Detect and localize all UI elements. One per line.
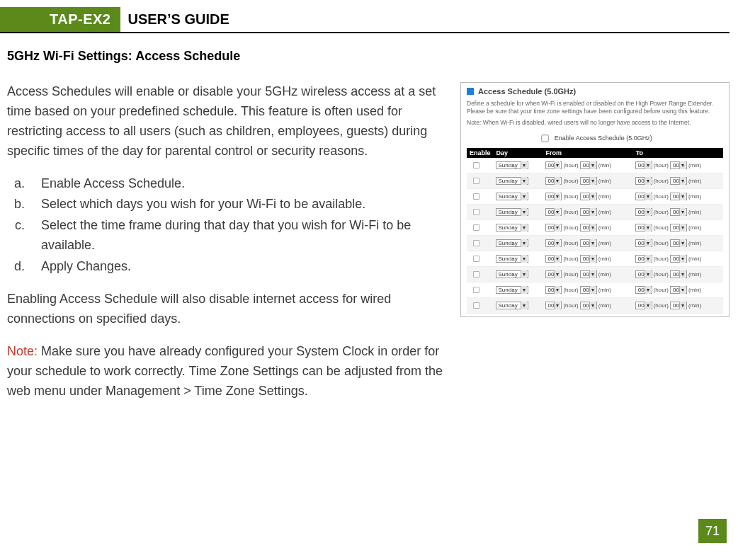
day-select[interactable]: Sunday	[496, 177, 528, 185]
from-hour-select[interactable]: 00	[545, 239, 562, 247]
min-label: (min)	[598, 224, 611, 231]
to-min-select[interactable]: 00	[670, 286, 687, 294]
hour-label: (hour)	[563, 209, 578, 215]
to-hour-select[interactable]: 00	[635, 224, 652, 232]
row-enable-checkbox[interactable]	[473, 178, 479, 184]
step-list: Enable Access Schedule. Select which day…	[7, 174, 449, 277]
to-hour-select[interactable]: 00	[635, 208, 652, 216]
day-select[interactable]: Sunday	[496, 193, 528, 200]
min-label: (min)	[598, 178, 611, 184]
to-hour-select[interactable]: 00	[635, 302, 652, 309]
page-body: 5GHz Wi-Fi Settings: Access Schedule Acc…	[0, 33, 738, 413]
hour-label: (hour)	[654, 178, 669, 184]
to-hour-select[interactable]: 00	[635, 270, 652, 278]
from-min-select[interactable]: 00	[580, 177, 597, 185]
row-enable-checkbox[interactable]	[473, 287, 479, 293]
hour-label: (hour)	[654, 287, 669, 293]
day-select[interactable]: Sunday	[496, 224, 528, 232]
min-label: (min)	[598, 209, 611, 215]
row-enable-checkbox[interactable]	[473, 224, 479, 231]
table-row: Sunday00(hour)00(min)00(hour)00(min)	[467, 298, 723, 314]
to-min-select[interactable]: 00	[670, 255, 687, 263]
from-hour-select[interactable]: 00	[545, 286, 562, 294]
from-min-select[interactable]: 00	[580, 161, 597, 169]
table-row: Sunday00(hour)00(min)00(hour)00(min)	[467, 282, 723, 298]
to-min-select[interactable]: 00	[670, 193, 687, 200]
section-icon	[467, 88, 474, 95]
min-label: (min)	[688, 178, 701, 184]
from-min-select[interactable]: 00	[580, 255, 597, 263]
min-label: (min)	[688, 209, 701, 215]
day-select[interactable]: Sunday	[496, 302, 528, 309]
step-item: Enable Access Schedule.	[28, 174, 449, 194]
to-hour-select[interactable]: 00	[635, 177, 652, 185]
day-select[interactable]: Sunday	[496, 255, 528, 263]
panel-title: Access Schedule (5.0GHz)	[478, 87, 576, 96]
min-label: (min)	[688, 271, 701, 278]
from-hour-select[interactable]: 00	[545, 208, 562, 216]
intro-paragraph: Access Schedules will enable or disable …	[7, 82, 449, 161]
day-select[interactable]: Sunday	[496, 286, 528, 294]
to-min-select[interactable]: 00	[670, 302, 687, 309]
hour-label: (hour)	[654, 162, 669, 168]
step-item: Select the time frame during that day th…	[28, 216, 449, 256]
to-hour-select[interactable]: 00	[635, 161, 652, 169]
day-select[interactable]: Sunday	[496, 208, 528, 216]
table-row: Sunday00(hour)00(min)00(hour)00(min)	[467, 173, 723, 189]
row-enable-checkbox[interactable]	[473, 209, 479, 215]
min-label: (min)	[688, 193, 701, 200]
hour-label: (hour)	[563, 178, 578, 184]
row-enable-checkbox[interactable]	[473, 302, 479, 309]
from-min-select[interactable]: 00	[580, 208, 597, 216]
from-hour-select[interactable]: 00	[545, 177, 562, 185]
from-hour-select[interactable]: 00	[545, 224, 562, 232]
schedule-table: Enable Day From To Sunday00(hour)00(min)…	[467, 148, 723, 314]
table-row: Sunday00(hour)00(min)00(hour)00(min)	[467, 220, 723, 236]
day-select[interactable]: Sunday	[496, 270, 528, 278]
from-min-select[interactable]: 00	[580, 239, 597, 247]
min-label: (min)	[598, 287, 611, 293]
row-enable-checkbox[interactable]	[473, 162, 479, 168]
enable-schedule-checkbox[interactable]	[542, 135, 549, 142]
min-label: (min)	[688, 240, 701, 246]
row-enable-checkbox[interactable]	[473, 256, 479, 262]
from-hour-select[interactable]: 00	[545, 193, 562, 200]
from-min-select[interactable]: 00	[580, 270, 597, 278]
to-hour-select[interactable]: 00	[635, 239, 652, 247]
table-row: Sunday00(hour)00(min)00(hour)00(min)	[467, 251, 723, 267]
row-enable-checkbox[interactable]	[473, 193, 479, 200]
from-hour-select[interactable]: 00	[545, 255, 562, 263]
from-hour-select[interactable]: 00	[545, 302, 562, 309]
to-min-select[interactable]: 00	[670, 208, 687, 216]
to-hour-select[interactable]: 00	[635, 193, 652, 200]
hour-label: (hour)	[563, 193, 578, 200]
to-min-select[interactable]: 00	[670, 239, 687, 247]
min-label: (min)	[598, 302, 611, 309]
from-min-select[interactable]: 00	[580, 193, 597, 200]
to-min-select[interactable]: 00	[670, 177, 687, 185]
hour-label: (hour)	[563, 302, 578, 309]
min-label: (min)	[688, 224, 701, 231]
to-min-select[interactable]: 00	[670, 161, 687, 169]
tail-paragraph: Enabling Access Schedule will also disab…	[7, 290, 449, 329]
table-row: Sunday00(hour)00(min)00(hour)00(min)	[467, 205, 723, 220]
hour-label: (hour)	[563, 224, 578, 231]
from-min-select[interactable]: 00	[580, 224, 597, 232]
day-select[interactable]: Sunday	[496, 161, 528, 169]
row-enable-checkbox[interactable]	[473, 240, 479, 246]
from-hour-select[interactable]: 00	[545, 270, 562, 278]
to-min-select[interactable]: 00	[670, 270, 687, 278]
to-hour-select[interactable]: 00	[635, 255, 652, 263]
from-min-select[interactable]: 00	[580, 302, 597, 309]
min-label: (min)	[688, 256, 701, 262]
hour-label: (hour)	[654, 193, 669, 200]
from-hour-select[interactable]: 00	[545, 161, 562, 169]
hour-label: (hour)	[654, 256, 669, 262]
to-hour-select[interactable]: 00	[635, 286, 652, 294]
from-min-select[interactable]: 00	[580, 286, 597, 294]
to-min-select[interactable]: 00	[670, 224, 687, 232]
page-number: 71	[698, 519, 727, 543]
row-enable-checkbox[interactable]	[473, 271, 479, 278]
day-select[interactable]: Sunday	[496, 239, 528, 247]
min-label: (min)	[598, 256, 611, 262]
